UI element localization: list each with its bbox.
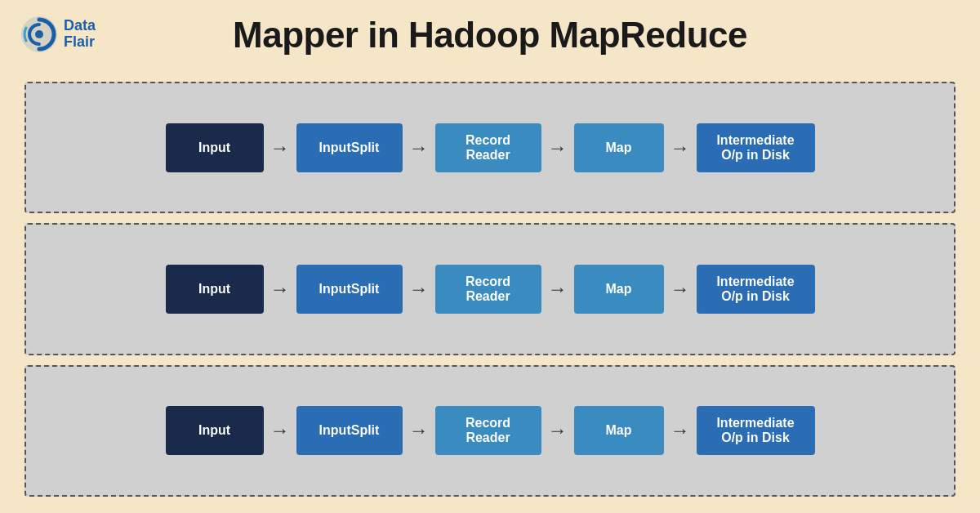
arrow-1-4: →	[670, 138, 690, 158]
inputsplit-box-1: InputSplit	[296, 123, 403, 172]
arrow-3-1: →	[270, 421, 290, 440]
logo-flair: Flair	[64, 34, 96, 51]
page-title: Mapper in Hadoop MapReduce	[0, 0, 980, 56]
arrow-2-3: →	[548, 279, 568, 299]
input-box-3: Input	[166, 406, 264, 455]
inputsplit-box-3: InputSplit	[296, 406, 403, 455]
recordreader-box-2: RecordReader	[435, 265, 541, 314]
arrow-2-4: →	[670, 279, 690, 299]
pipeline-1: Input → InputSplit → RecordReader → Map …	[42, 123, 938, 172]
inputsplit-box-2: InputSplit	[296, 265, 403, 314]
arrow-2-2: →	[409, 279, 429, 299]
svg-point-1	[35, 30, 43, 38]
logo: Data Flair	[20, 15, 96, 54]
logo-icon	[20, 15, 59, 54]
map-box-3: Map	[574, 406, 664, 455]
output-box-2: IntermediateO/p in Disk	[697, 265, 815, 314]
pipeline-row-3: Input → InputSplit → RecordReader → Map …	[24, 365, 956, 497]
arrow-1-1: →	[270, 138, 290, 158]
input-box-2: Input	[166, 265, 264, 314]
logo-text: Data Flair	[64, 18, 96, 51]
pipeline-3: Input → InputSplit → RecordReader → Map …	[42, 406, 938, 455]
recordreader-box-1: RecordReader	[435, 123, 541, 172]
map-box-1: Map	[574, 123, 664, 172]
output-box-3: IntermediateO/p in Disk	[697, 406, 815, 455]
arrow-1-3: →	[548, 138, 568, 158]
arrow-1-2: →	[409, 138, 429, 158]
arrow-3-4: →	[670, 421, 690, 440]
content-area: Input → InputSplit → RecordReader → Map …	[24, 82, 956, 497]
pipeline-row-1: Input → InputSplit → RecordReader → Map …	[24, 82, 956, 213]
recordreader-box-3: RecordReader	[435, 406, 541, 455]
arrow-2-1: →	[270, 279, 290, 299]
input-box-1: Input	[166, 123, 264, 172]
pipeline-2: Input → InputSplit → RecordReader → Map …	[42, 265, 938, 314]
arrow-3-3: →	[548, 421, 568, 440]
pipeline-row-2: Input → InputSplit → RecordReader → Map …	[24, 223, 956, 355]
map-box-2: Map	[574, 265, 664, 314]
logo-data: Data	[64, 18, 96, 34]
arrow-3-2: →	[409, 421, 429, 440]
output-box-1: IntermediateO/p in Disk	[697, 123, 815, 172]
